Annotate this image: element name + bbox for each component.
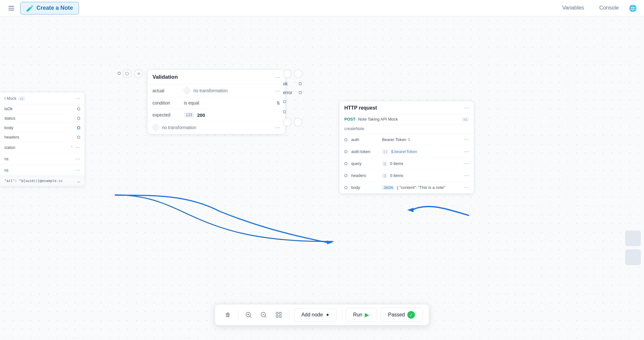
- http-row-query: query {} 0 items ⋯: [339, 158, 474, 170]
- ok-port[interactable]: [299, 82, 302, 85]
- error-port[interactable]: [299, 91, 302, 94]
- transform-value: no transformation: [162, 125, 272, 130]
- left-card-row-headers: headers: [0, 133, 85, 142]
- isok-port[interactable]: [77, 107, 80, 110]
- auth-select[interactable]: Bearer Token ⇅: [382, 137, 411, 142]
- ok-row: ok: [283, 81, 303, 86]
- body-label-http: body: [351, 185, 380, 190]
- expected-label: expected: [153, 112, 181, 117]
- run-label: Run: [353, 312, 362, 318]
- auth-menu[interactable]: ⋯: [464, 137, 469, 143]
- query-label: query: [351, 161, 380, 166]
- globe-icon[interactable]: 🌐: [628, 3, 638, 13]
- section-2-label: ns: [4, 157, 8, 161]
- section-1-menu[interactable]: ⋯: [75, 144, 80, 150]
- http-card-menu-button[interactable]: ⋯: [464, 105, 469, 111]
- add-node-label: Add node: [301, 312, 323, 318]
- auth-token-icon: {·}: [382, 149, 388, 154]
- zoom-out-icon: [260, 312, 267, 318]
- section-2-menu[interactable]: ⋯: [75, 156, 80, 162]
- section-1-dropdown[interactable]: ⌃: [70, 145, 73, 150]
- svg-rect-17: [279, 315, 281, 317]
- http-subheader: POST Note Taking API Mock v1: [339, 114, 474, 124]
- toolbar-divider-3: [342, 310, 342, 319]
- section-1-label: ization: [4, 145, 15, 150]
- scrollbar-2[interactable]: [625, 249, 641, 265]
- validation-title: Validation: [153, 74, 178, 80]
- left-card-header: I Mock v1 ⋯: [0, 92, 85, 104]
- body-value: { "content": "This is a note": [397, 185, 461, 190]
- actual-value: no transformation: [193, 88, 272, 93]
- section-3-menu[interactable]: ⋯: [75, 167, 80, 173]
- fit-view-button[interactable]: [272, 308, 286, 322]
- condition-label: condition: [153, 100, 181, 105]
- actual-menu[interactable]: ⋯: [275, 88, 280, 94]
- condition-arrows[interactable]: ⇅: [276, 100, 280, 105]
- code-menu[interactable]: ⋯: [77, 179, 80, 185]
- run-button[interactable]: Run ▶: [345, 308, 377, 322]
- header: 🧪 Create a Note Variables Console 🌐: [0, 0, 644, 16]
- delete-button[interactable]: 🗑: [221, 308, 235, 322]
- auth-token-menu[interactable]: ⋯: [464, 149, 469, 155]
- status-port[interactable]: [77, 117, 80, 120]
- body-port-http[interactable]: [344, 186, 347, 189]
- transform-menu[interactable]: ⋯: [275, 125, 280, 131]
- transform-diamond[interactable]: [151, 123, 160, 132]
- validation-row-expected: expected 123 200: [147, 109, 285, 121]
- http-row-auth: auth Bearer Token ⇅ ⋯: [339, 134, 474, 146]
- validation-row-condition: condition is equal ⇅: [147, 97, 285, 109]
- zoom-in-button[interactable]: [242, 308, 255, 322]
- isok-label: isOk: [4, 106, 13, 111]
- tab-console[interactable]: Console: [592, 2, 626, 14]
- left-card-row-status: status: [0, 114, 85, 123]
- extra-port-2[interactable]: [283, 110, 286, 113]
- connection-lines: [0, 16, 644, 340]
- left-card-row-body: body: [0, 123, 85, 133]
- svg-rect-1: [8, 8, 14, 8]
- drawn-arrow-token: [0, 16, 644, 340]
- query-menu[interactable]: ⋯: [464, 161, 469, 167]
- create-note-button[interactable]: 🧪 Create a Note: [20, 2, 79, 14]
- bottom-circle-left[interactable]: [283, 118, 292, 127]
- zoom-in-icon: [245, 312, 252, 318]
- tab-variables[interactable]: Variables: [555, 2, 592, 14]
- headers-menu[interactable]: ⋯: [464, 173, 469, 178]
- top-circle-left[interactable]: [283, 69, 292, 78]
- left-card-menu-button[interactable]: ⋯: [75, 95, 80, 101]
- body-menu[interactable]: ⋯: [464, 184, 469, 190]
- bottom-circles: [283, 118, 303, 127]
- actual-diamond[interactable]: [183, 86, 192, 95]
- query-port[interactable]: [344, 162, 347, 165]
- extra-port-1[interactable]: [283, 100, 286, 103]
- top-circle-right[interactable]: [294, 69, 303, 78]
- scrollbar-1[interactable]: [625, 230, 641, 246]
- check-mark: ✓: [409, 313, 413, 317]
- headers-port-http[interactable]: [344, 174, 347, 177]
- zoom-out-button[interactable]: [257, 308, 270, 322]
- auth-arrows[interactable]: ⇅: [408, 138, 411, 142]
- auth-port[interactable]: [344, 138, 347, 141]
- headers-port[interactable]: [77, 136, 80, 139]
- left-card-version: v1: [18, 96, 25, 101]
- auth-label: auth: [351, 137, 380, 142]
- middle-circle-right[interactable]: [134, 69, 143, 78]
- http-row-headers: headers {} 0 items ⋯: [339, 170, 474, 182]
- headers-value: 0 items: [390, 173, 461, 178]
- body-icon: JSON: [382, 185, 394, 190]
- bottom-circle-right[interactable]: [294, 118, 303, 127]
- sidebar-toggle-button[interactable]: [6, 3, 16, 13]
- passed-label: Passed: [388, 312, 405, 318]
- toolbar-divider-1: [238, 310, 238, 319]
- middle-circle-left[interactable]: [123, 69, 131, 78]
- section-3-label: ns: [4, 168, 8, 173]
- body-port[interactable]: [77, 126, 80, 129]
- auth-token-port[interactable]: [344, 150, 347, 153]
- condition-select[interactable]: is equal ⇅: [184, 100, 280, 105]
- middle-port-out[interactable]: [118, 72, 121, 75]
- headers-label-http: headers: [351, 173, 380, 178]
- add-node-button[interactable]: Add node ✦: [294, 309, 337, 321]
- top-ports: [283, 69, 303, 78]
- left-card-title: I Mock v1: [4, 96, 25, 101]
- validation-menu-button[interactable]: ⋯: [275, 74, 280, 80]
- http-row-body: body JSON { "content": "This is a note" …: [339, 182, 474, 194]
